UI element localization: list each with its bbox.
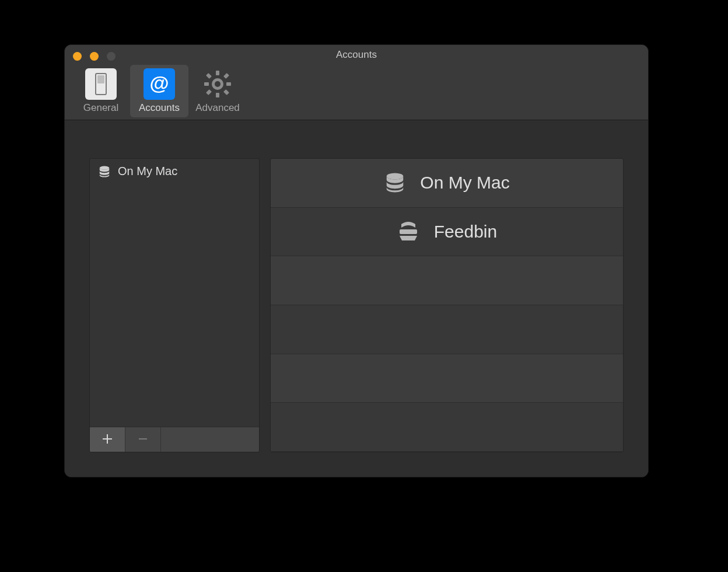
svg-rect-7 [226, 82, 231, 86]
table-row[interactable] [271, 256, 623, 305]
svg-rect-14 [139, 438, 147, 440]
svg-point-15 [387, 173, 404, 180]
switch-icon [85, 68, 117, 100]
sidebar-item-on-my-mac[interactable]: On My Mac [90, 159, 259, 184]
svg-text:@: @ [149, 72, 169, 94]
minus-icon [137, 431, 149, 449]
at-icon: @ [144, 68, 175, 100]
svg-rect-4 [216, 71, 219, 75]
svg-rect-8 [206, 73, 212, 79]
svg-rect-5 [216, 93, 219, 97]
zoom-icon[interactable] [107, 52, 116, 61]
account-type-label: On My Mac [420, 173, 509, 193]
add-account-button[interactable] [90, 427, 125, 452]
minimize-icon[interactable] [90, 52, 99, 61]
svg-rect-16 [400, 229, 417, 234]
database-icon [98, 165, 111, 178]
plus-icon [102, 431, 113, 449]
account-types-table: On My Mac Feedbin [270, 158, 624, 452]
accounts-sidebar: On My Mac [89, 158, 260, 452]
close-icon[interactable] [73, 52, 82, 61]
tab-accounts[interactable]: @ Accounts [130, 65, 188, 117]
table-row[interactable] [271, 354, 623, 403]
svg-point-13 [100, 166, 110, 169]
toolbar: General @ Accounts [65, 65, 648, 120]
svg-rect-10 [206, 89, 212, 95]
gear-icon [202, 68, 233, 100]
account-type-on-my-mac[interactable]: On My Mac [271, 159, 623, 208]
window-title: Accounts [336, 49, 377, 61]
tab-label: Accounts [139, 102, 180, 114]
svg-point-12 [215, 81, 220, 87]
svg-rect-9 [223, 73, 229, 79]
account-type-feedbin[interactable]: Feedbin [271, 208, 623, 257]
body: On My Mac [65, 134, 648, 477]
database-icon [384, 172, 406, 194]
account-type-label: Feedbin [434, 222, 497, 242]
tab-advanced[interactable]: Advanced [188, 65, 247, 117]
preferences-window: Accounts General @ Accounts [64, 44, 649, 477]
table-row[interactable] [271, 305, 623, 354]
accounts-list[interactable]: On My Mac [90, 159, 259, 427]
tab-label: General [83, 102, 118, 114]
svg-rect-1 [97, 75, 104, 83]
traffic-lights [73, 52, 116, 61]
tab-label: Advanced [195, 102, 240, 114]
remove-account-button[interactable] [125, 427, 161, 452]
svg-rect-11 [223, 89, 229, 95]
svg-rect-6 [204, 82, 209, 86]
titlebar[interactable]: Accounts [65, 45, 648, 65]
sidebar-footer [90, 427, 259, 452]
table-row[interactable] [271, 403, 623, 452]
sidebar-item-label: On My Mac [118, 165, 177, 178]
footer-spacer [161, 427, 259, 452]
tab-general[interactable]: General [72, 65, 130, 117]
feedbin-icon [397, 222, 420, 242]
